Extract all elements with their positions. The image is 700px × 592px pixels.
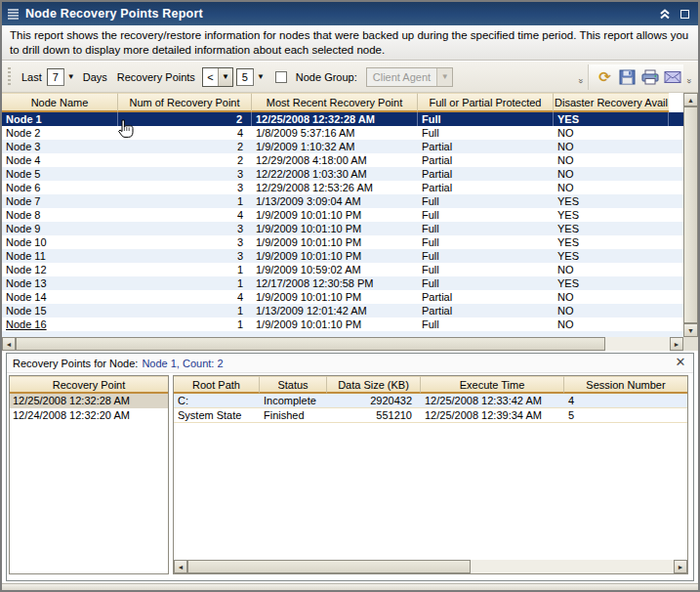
- cell-data-size: 551210: [327, 408, 421, 422]
- col-root-path[interactable]: Root Path: [174, 376, 260, 394]
- col-data-size[interactable]: Data Size (KB): [327, 376, 421, 394]
- refresh-button[interactable]: ⟳: [594, 66, 616, 88]
- cell-disaster-recovery: NO: [554, 304, 669, 317]
- chevron-down-icon[interactable]: ▼: [257, 72, 265, 81]
- scrollbar-thumb[interactable]: [16, 337, 605, 351]
- window-bottom-edge: [2, 583, 698, 590]
- toolbar: Last 7 ▼ Days Recovery Points < ▼ 5 ▼ No…: [2, 62, 698, 93]
- scroll-right-icon[interactable]: ►: [670, 337, 683, 351]
- scroll-left-icon[interactable]: ◄: [174, 560, 187, 573]
- table-row[interactable]: Node 5312/22/2008 1:03:30 AMPartialNO: [2, 167, 698, 181]
- maximize-button[interactable]: [677, 7, 692, 21]
- panel-title: Recovery Points for Node:: [13, 358, 138, 369]
- toolbar-overflow-button[interactable]: »: [575, 66, 586, 88]
- vertical-scrollbar[interactable]: ▲ ▼: [683, 93, 698, 337]
- table-row[interactable]: Node 841/9/2009 10:01:10 PMFullYES: [2, 208, 698, 222]
- operator-value: <: [203, 68, 218, 86]
- col-disaster-recovery[interactable]: Disaster Recovery Avail: [554, 93, 669, 112]
- title-bar: Node Recovery Points Report: [2, 2, 698, 25]
- col-num-recovery-points[interactable]: Num of Recovery Point: [118, 93, 252, 112]
- node-group-checkbox[interactable]: [275, 71, 287, 83]
- col-most-recent[interactable]: Most Recent Recovery Point: [252, 93, 418, 112]
- table-row[interactable]: Node 13112/17/2008 12:30:58 PMFullYES: [2, 276, 698, 290]
- close-panel-button[interactable]: ✕: [674, 356, 687, 369]
- cell-most-recent: 1/9/2009 1:10:32 AM: [252, 140, 418, 153]
- collapse-button[interactable]: [657, 7, 673, 21]
- table-row[interactable]: C:Incomplete292043212/25/2008 12:33:42 A…: [174, 394, 687, 408]
- col-session-number[interactable]: Session Number: [564, 376, 687, 394]
- table-row[interactable]: Node 1031/9/2009 10:01:10 PMFullYES: [2, 235, 698, 249]
- cell-most-recent: 1/9/2009 10:59:02 AM: [252, 263, 418, 276]
- table-row[interactable]: Node 1131/9/2009 10:01:10 PMFullYES: [2, 249, 698, 263]
- cell-num-recovery-points: 3: [118, 181, 252, 194]
- save-button[interactable]: [616, 66, 638, 88]
- table-row[interactable]: System StateFinished55121012/25/2008 12:…: [174, 408, 687, 423]
- toolbar-overflow-button[interactable]: »: [683, 66, 694, 88]
- table-row[interactable]: Node 6312/29/2008 12:53:26 AMPartialNO: [2, 181, 698, 194]
- cell-disaster-recovery: YES: [554, 235, 669, 249]
- table-row[interactable]: Node 241/8/2009 5:37:16 AMFullNO: [2, 126, 698, 140]
- node-group-dropdown[interactable]: Client Agent ▼: [366, 67, 453, 87]
- table-row[interactable]: Node 1611/9/2009 10:01:10 PMFullNO: [2, 317, 698, 331]
- horizontal-scrollbar[interactable]: ◄ ►: [2, 337, 683, 351]
- table-row[interactable]: Node 1211/9/2009 10:59:02 AMFullNO: [2, 263, 698, 276]
- col-node-name[interactable]: Node Name: [2, 93, 118, 112]
- cell-full-partial: Partial: [418, 290, 554, 304]
- cell-num-recovery-points: 3: [118, 249, 252, 263]
- cell-num-recovery-points: 2: [118, 140, 252, 153]
- cell-disaster-recovery: YES: [554, 194, 669, 208]
- cell-root-path: System State: [174, 408, 260, 422]
- cell-full-partial: Full: [418, 222, 554, 235]
- table-row[interactable]: Node 931/9/2009 10:01:10 PMFullYES: [2, 222, 698, 235]
- list-item[interactable]: 12/25/2008 12:32:28 AM: [10, 394, 168, 408]
- cell-full-partial: Partial: [418, 181, 554, 194]
- scroll-up-icon[interactable]: ▲: [683, 93, 698, 106]
- cell-disaster-recovery: NO: [554, 140, 669, 153]
- cell-num-recovery-points: 4: [118, 208, 252, 222]
- chevron-down-icon: ▼: [436, 68, 452, 86]
- node-group-label: Node Group:: [296, 71, 357, 83]
- maximize-icon: [680, 10, 689, 19]
- double-chevron-up-icon: [659, 9, 671, 20]
- chevron-down-icon[interactable]: ▼: [67, 72, 75, 81]
- cell-most-recent: 1/9/2009 10:01:10 PM: [252, 249, 418, 263]
- cell-node-name: Node 14: [2, 290, 118, 304]
- col-full-partial[interactable]: Full or Partial Protected: [418, 93, 554, 112]
- list-item[interactable]: 12/24/2008 12:32:20 AM: [10, 408, 168, 423]
- last-days-dropdown[interactable]: 7: [47, 68, 64, 86]
- scroll-down-icon[interactable]: ▼: [683, 323, 698, 337]
- col-recovery-point[interactable]: Recovery Point: [10, 376, 168, 394]
- table-row[interactable]: Node 321/9/2009 1:10:32 AMPartialNO: [2, 140, 698, 153]
- table-row[interactable]: Node 1511/13/2009 12:01:42 AMPartialNO: [2, 304, 698, 317]
- cell-most-recent: 1/9/2009 10:01:10 PM: [252, 317, 418, 331]
- col-status[interactable]: Status: [260, 376, 327, 394]
- print-icon: [641, 69, 659, 85]
- cell-execute-time: 12/25/2008 12:39:34 AM: [421, 408, 564, 422]
- report-window: Node Recovery Points Report This report …: [0, 0, 700, 592]
- cell-num-recovery-points: 1: [118, 263, 252, 276]
- table-row[interactable]: Node 1441/9/2009 10:01:10 PMPartialNO: [2, 290, 698, 304]
- table-row[interactable]: Node 4212/29/2008 4:18:00 AMPartialNO: [2, 153, 698, 167]
- table-row[interactable]: Node 711/13/2009 3:09:04 AMFullYES: [2, 194, 698, 208]
- operator-dropdown[interactable]: < ▼: [202, 67, 233, 87]
- col-execute-time[interactable]: Execute Time: [421, 376, 564, 394]
- toolbar-grip[interactable]: [8, 67, 11, 87]
- recovery-point-list: Recovery Point 12/25/2008 12:32:28 AM12/…: [9, 375, 169, 574]
- scroll-right-icon[interactable]: ►: [674, 560, 687, 573]
- cell-disaster-recovery: NO: [554, 290, 669, 304]
- print-button[interactable]: [638, 66, 661, 88]
- count-dropdown[interactable]: 5: [236, 68, 254, 86]
- cell-disaster-recovery: NO: [554, 126, 669, 140]
- cell-most-recent: 1/13/2009 12:01:42 AM: [252, 304, 418, 317]
- scroll-left-icon[interactable]: ◄: [2, 337, 16, 351]
- table-row[interactable]: Node 1212/25/2008 12:32:28 AMFullYES: [2, 112, 698, 126]
- scrollbar-thumb[interactable]: [683, 106, 698, 323]
- scrollbar-thumb[interactable]: [187, 560, 471, 573]
- email-button[interactable]: [661, 66, 683, 88]
- cell-node-name: Node 13: [2, 276, 118, 290]
- cell-full-partial: Full: [418, 276, 554, 290]
- chevron-down-icon[interactable]: ▼: [218, 68, 232, 86]
- cell-full-partial: Full: [418, 208, 554, 222]
- detail-horizontal-scrollbar[interactable]: ◄ ►: [174, 560, 687, 573]
- cell-node-name: Node 10: [2, 235, 118, 249]
